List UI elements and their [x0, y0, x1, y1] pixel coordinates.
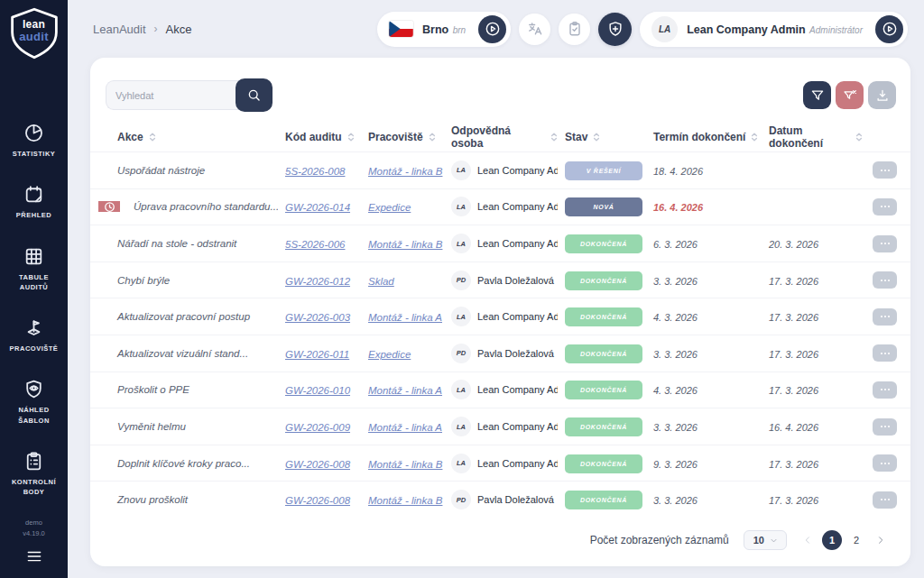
sidebar-item-statistiky[interactable]: STATISTIKY: [5, 122, 63, 159]
translate-icon: [526, 20, 544, 38]
row-actions-button[interactable]: [873, 308, 897, 326]
page-size-select[interactable]: 10: [744, 530, 787, 550]
search-input[interactable]: [106, 80, 239, 110]
responsible-cell: LALean Company Admin: [444, 197, 558, 216]
column-header-termin[interactable]: Termín dokončení: [646, 131, 762, 143]
audit-code-link[interactable]: 5S-2026-006: [285, 239, 346, 250]
akce-cell: Nářadí na stole - odstranit: [90, 238, 278, 249]
column-header-akce[interactable]: Akce: [90, 131, 278, 143]
audit-code-link[interactable]: GW-2026-012: [285, 276, 350, 287]
table-row[interactable]: Aktualizovat vizuální stand...GW-2026-01…: [90, 335, 910, 372]
new-audit-button[interactable]: [598, 13, 632, 46]
workplace-link[interactable]: Sklad: [368, 276, 394, 287]
column-header-osoba[interactable]: Odpovědná osoba: [444, 124, 558, 150]
workplace-link[interactable]: Expedice: [368, 202, 411, 213]
dots-icon: [878, 423, 892, 430]
filter-button[interactable]: [803, 81, 831, 109]
akce-text: Aktualizovat vizuální stand...: [117, 348, 248, 359]
next-page-button[interactable]: [874, 534, 887, 546]
dots-icon: [878, 350, 892, 357]
table-row[interactable]: Nářadí na stole - odstranit5S-2026-006Mo…: [90, 225, 910, 261]
table-row[interactable]: Proškolit o PPEGW-2026-010Montáž - linka…: [90, 372, 910, 408]
dots-icon: [878, 167, 892, 174]
due-date: 9. 3. 2026: [653, 459, 698, 470]
menu-icon[interactable]: [23, 547, 46, 565]
audits-button[interactable]: [559, 14, 590, 45]
user-name: Lean Company Admin: [687, 23, 806, 36]
workplace-link[interactable]: Montáž - linka B: [368, 239, 442, 250]
breadcrumb-current: Akce: [166, 23, 192, 36]
row-actions-button[interactable]: [873, 271, 897, 289]
table-row[interactable]: Znovu proškolitGW-2026-008Montáž - linka…: [90, 481, 910, 518]
sidebar-item-label: PRACOVIŠTĚ: [7, 344, 61, 353]
audit-code-link[interactable]: GW-2026-009: [285, 422, 350, 433]
audit-code-link[interactable]: GW-2026-003: [285, 312, 350, 323]
avatar: PD: [451, 271, 471, 290]
breadcrumb-root[interactable]: LeanAudit: [93, 23, 146, 36]
audit-code-link[interactable]: GW-2026-011: [285, 349, 349, 360]
site-switch-button[interactable]: [478, 15, 506, 43]
export-button[interactable]: [868, 81, 896, 109]
table-row[interactable]: Doplnit klíčové kroky praco...GW-2026-00…: [90, 445, 910, 482]
column-header-stav[interactable]: Stav: [558, 131, 646, 143]
pager: 12: [801, 530, 887, 550]
column-header-kod[interactable]: Kód auditu: [278, 131, 361, 143]
row-actions-button[interactable]: [873, 491, 897, 509]
akce-cell: Aktualizovat pracovní postup: [90, 311, 278, 322]
workplace-link[interactable]: Montáž - linka B: [368, 166, 442, 177]
table-row[interactable]: Uspořádat nástroje5S-2026-008Montáž - li…: [90, 151, 910, 188]
avatar: LA: [451, 380, 471, 399]
sidebar-item-pracoviste[interactable]: PRACOVIŠTĚ: [5, 317, 63, 353]
row-actions-button[interactable]: [873, 454, 897, 472]
audit-code-link[interactable]: GW-2026-014: [285, 202, 350, 213]
table-row[interactable]: Úprava pracovního standardu...GW-2026-01…: [90, 188, 910, 225]
sidebar-item-tabule-auditu[interactable]: TABULE AUDITŮ: [5, 245, 63, 293]
site-selector[interactable]: Brno brn: [377, 12, 511, 47]
workplace-link[interactable]: Montáž - linka A: [368, 312, 442, 323]
sidebar-item-nahled-sablon[interactable]: NÁHLED ŠABLON: [5, 378, 63, 426]
page-button-2[interactable]: 2: [846, 530, 866, 550]
user-menu[interactable]: LA Lean Company Admin Administrátor: [640, 12, 908, 47]
workplace-link[interactable]: Montáž - linka A: [368, 385, 442, 396]
row-actions-button[interactable]: [873, 381, 897, 399]
akce-cell: Aktualizovat vizuální stand...: [90, 348, 278, 359]
table-body: Uspořádat nástroje5S-2026-008Montáž - li…: [90, 151, 910, 518]
responsible-name: Pavla Doležalová: [477, 494, 554, 505]
table-row[interactable]: Aktualizovat pracovní postupGW-2026-003M…: [90, 298, 910, 335]
audit-code-link[interactable]: GW-2026-008: [285, 495, 350, 506]
grid-icon: [23, 245, 45, 268]
page-button-1[interactable]: 1: [822, 530, 842, 550]
row-actions-button[interactable]: [873, 344, 897, 362]
audit-code-link[interactable]: 5S-2026-008: [285, 166, 346, 177]
shield-eye-icon: [23, 378, 45, 400]
leanaudit-logo[interactable]: lean audit: [7, 6, 61, 62]
sidebar-nav: STATISTIKYPŘEHLEDTABULE AUDITŮPRACOVIŠTĚ…: [5, 122, 63, 497]
workplace-link[interactable]: Montáž - linka A: [368, 422, 442, 433]
sidebar-item-prehled[interactable]: PŘEHLED: [5, 183, 63, 220]
row-actions-button[interactable]: [873, 198, 897, 216]
audit-code-link[interactable]: GW-2026-010: [285, 385, 350, 396]
status-badge: DOKONČENÁ: [565, 454, 642, 473]
akce-text: Aktualizovat pracovní postup: [117, 311, 250, 322]
clear-filter-button[interactable]: [836, 81, 864, 109]
table-row[interactable]: Chybí brýleGW-2026-012SkladPDPavla Dolež…: [90, 261, 910, 298]
workplace-link[interactable]: Montáž - linka B: [368, 495, 442, 506]
search-button[interactable]: [236, 78, 273, 112]
table-row[interactable]: Vyměnit helmuGW-2026-009Montáž - linka A…: [90, 408, 910, 445]
user-menu-button[interactable]: [875, 15, 903, 43]
czech-flag-icon: [389, 21, 413, 37]
column-header-pracoviste[interactable]: Pracoviště: [361, 131, 444, 143]
workplace-link[interactable]: Expedice: [368, 349, 411, 360]
row-actions-button[interactable]: [873, 235, 897, 252]
workplace-link[interactable]: Montáž - linka B: [368, 459, 442, 470]
avatar: LA: [451, 454, 471, 473]
audit-code-link[interactable]: GW-2026-008: [285, 459, 350, 470]
responsible-name: Pavla Doležalová: [477, 275, 554, 286]
column-header-datum[interactable]: Datum dokončení: [762, 124, 863, 150]
prev-page-button[interactable]: [801, 534, 814, 546]
responsible-cell: PDPavla Doležalová: [444, 344, 558, 363]
row-actions-button[interactable]: [873, 418, 897, 436]
sidebar-item-kontrolni-body[interactable]: KONTROLNÍ BODY: [5, 450, 63, 498]
translate-button[interactable]: [519, 14, 550, 45]
row-actions-button[interactable]: [873, 161, 897, 179]
